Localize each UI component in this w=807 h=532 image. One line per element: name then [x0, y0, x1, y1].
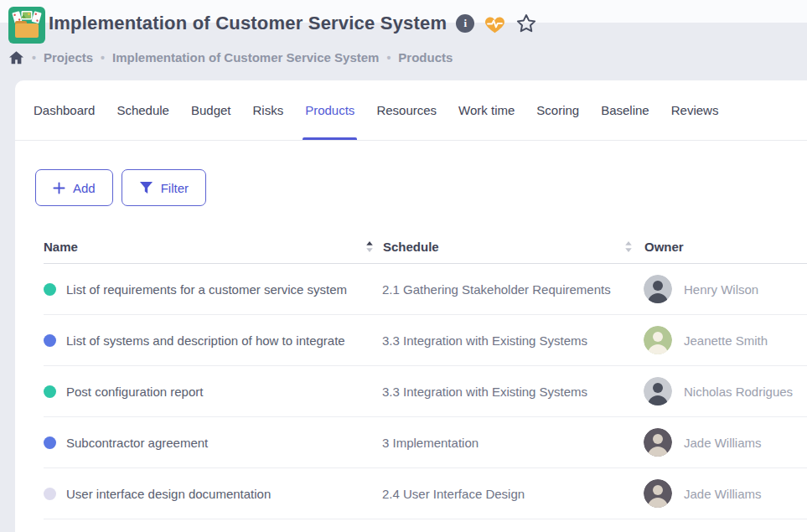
breadcrumb-item-project[interactable]: Implementation of Customer Service Syste… [112, 50, 379, 65]
tab-products[interactable]: Products [294, 80, 365, 140]
project-header: Implementation of Customer Service Syste… [49, 13, 537, 34]
owner-name: Nicholas Rodrigues [684, 385, 793, 399]
filter-funnel-icon [139, 181, 153, 194]
content-card: Dashboard Schedule Budget Risks Products… [15, 80, 807, 532]
status-dot [44, 385, 56, 398]
table-row[interactable]: List of systems and description of how t… [44, 315, 807, 366]
breadcrumb-item-products[interactable]: Products [398, 50, 453, 65]
column-header-name[interactable]: Name [44, 240, 382, 254]
status-dot [44, 488, 56, 500]
sort-icon-name-asc[interactable] [365, 240, 374, 253]
status-dot [44, 436, 56, 449]
favorite-star-icon[interactable] [515, 13, 537, 34]
product-name[interactable]: Subcontractor agreement [66, 436, 208, 450]
product-name[interactable]: User interface design documentation [66, 487, 271, 501]
table-row[interactable]: Subcontractor agreement 3 Implementation… [44, 417, 807, 468]
breadcrumb-separator: • [386, 51, 391, 65]
home-icon[interactable] [8, 50, 24, 65]
product-name[interactable]: Post configuration report [66, 385, 203, 399]
tab-resources[interactable]: Resources [365, 80, 447, 140]
app-logo-icon [8, 7, 45, 44]
tab-schedule[interactable]: Schedule [106, 80, 180, 140]
table-row[interactable]: User interface design documentation 2.4 … [44, 468, 807, 519]
product-name[interactable]: List of requirements for a customer serv… [66, 282, 347, 297]
tab-work-time[interactable]: Work time [447, 80, 525, 140]
avatar[interactable] [644, 377, 672, 405]
breadcrumb-item-projects[interactable]: Projects [44, 50, 93, 65]
tab-budget[interactable]: Budget [180, 80, 242, 140]
filter-button[interactable]: Filter [122, 169, 206, 206]
tab-scoring[interactable]: Scoring [525, 80, 590, 140]
table-header-row: Name Schedule Owner [44, 230, 807, 264]
avatar[interactable] [644, 479, 672, 508]
column-header-schedule[interactable]: Schedule [383, 240, 439, 254]
owner-name: Jade Williams [684, 487, 762, 501]
page-title: Implementation of Customer Service Syste… [49, 13, 447, 34]
breadcrumb-separator: • [101, 51, 105, 65]
status-dot [44, 334, 56, 347]
add-button[interactable]: Add [35, 169, 113, 206]
product-schedule[interactable]: 2.1 Gathering Stakeholder Requirements [382, 282, 644, 297]
product-schedule[interactable]: 2.4 User Interface Design [382, 487, 644, 501]
tab-bar: Dashboard Schedule Budget Risks Products… [15, 80, 807, 141]
tab-baseline[interactable]: Baseline [590, 80, 660, 140]
products-page: { "header": { "project_title": "Implemen… [0, 0, 807, 532]
table-row[interactable]: List of requirements for a customer serv… [44, 264, 807, 315]
product-schedule[interactable]: 3.3 Integration with Existing Systems [382, 333, 644, 348]
product-schedule[interactable]: 3 Implementation [382, 436, 644, 450]
avatar[interactable] [644, 275, 672, 303]
toolbar: Add Filter [35, 169, 807, 206]
tab-dashboard[interactable]: Dashboard [23, 80, 106, 140]
sort-icon-schedule[interactable] [624, 240, 633, 253]
plus-icon [53, 182, 65, 194]
column-header-owner[interactable]: Owner [644, 240, 684, 254]
breadcrumb: • Projects • Implementation of Customer … [8, 50, 453, 65]
tab-risks[interactable]: Risks [242, 80, 295, 140]
tab-reviews[interactable]: Reviews [660, 80, 730, 140]
table-row[interactable]: Post configuration report 3.3 Integratio… [44, 366, 807, 417]
product-schedule[interactable]: 3.3 Integration with Existing Systems [382, 385, 644, 399]
project-health-icon[interactable] [484, 13, 506, 34]
avatar[interactable] [644, 428, 672, 457]
products-table: Name Schedule Owner List of requirements… [44, 230, 807, 519]
owner-name: Jade Williams [684, 436, 762, 450]
product-name[interactable]: List of systems and description of how t… [66, 333, 345, 348]
avatar[interactable] [644, 326, 672, 354]
info-icon[interactable]: i [456, 14, 474, 33]
owner-name: Henry Wilson [684, 282, 758, 297]
owner-name: Jeanette Smith [684, 333, 768, 348]
status-dot [44, 283, 56, 296]
breadcrumb-separator: • [32, 51, 36, 65]
